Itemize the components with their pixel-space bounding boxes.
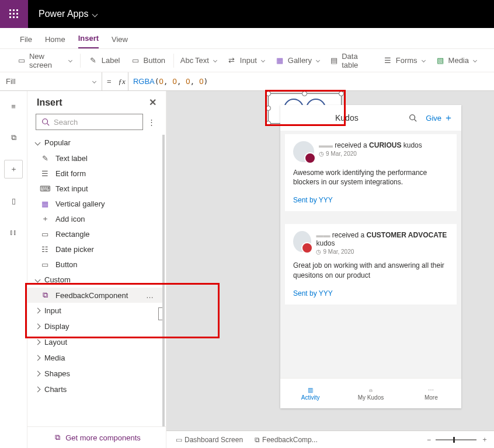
search-placeholder: Search (54, 118, 78, 127)
svg-rect-0 (9, 9, 11, 11)
property-dropdown[interactable]: Fill (0, 72, 102, 90)
item-text-input[interactable]: ⌨Text input (27, 181, 162, 196)
cat-charts[interactable]: Charts (27, 382, 162, 397)
svg-rect-4 (13, 13, 15, 15)
item-button[interactable]: ▭Button (27, 257, 162, 272)
formula-input[interactable]: RGBA(0, 0, 0, 0) (128, 77, 208, 86)
kudos-headline: ▬▬ received a CUSTOMER ADVOCATE kudos (316, 231, 448, 247)
cat-input[interactable]: Input (27, 303, 162, 318)
equals-label: = (102, 77, 116, 86)
search-icon[interactable] (408, 113, 418, 123)
menu-bar: File Home Insert View (0, 28, 494, 49)
ribbon-forms[interactable]: ☰Forms (378, 54, 430, 68)
resize-handle[interactable] (266, 121, 271, 126)
canvas[interactable]: Kudos Give＋ ▬▬ received a CURIOUS kudos … (166, 91, 494, 448)
item-feedback-component[interactable]: ⧉FeedbackComponent… (27, 288, 162, 303)
svg-point-15 (410, 115, 415, 120)
cat-popular[interactable]: Popular (27, 135, 162, 150)
insert-list: Popular ✎Text label ☰Edit form ⌨Text inp… (27, 135, 165, 426)
close-icon[interactable]: ✕ (149, 97, 156, 108)
person-icon: ⍝ (369, 387, 373, 393)
item-text-label[interactable]: ✎Text label (27, 150, 162, 166)
chevron-down-icon (316, 58, 320, 62)
chevron-down-icon (213, 58, 217, 62)
insert-more-button[interactable]: ⋮ (145, 118, 158, 127)
bottom-nav: ▥Activity ⍝My Kudos ⋯More (280, 378, 461, 408)
item-rectangle[interactable]: ▭Rectangle (27, 226, 162, 242)
nav-activity[interactable]: ▥Activity (280, 379, 340, 408)
label-icon: ✎ (40, 153, 50, 163)
rail-insert-button[interactable]: ＋ (4, 160, 23, 178)
item-edit-form[interactable]: ☰Edit form (27, 166, 162, 181)
tab-feedback-comp[interactable]: ⧉FeedbackComp... (251, 435, 321, 445)
get-more-components-button[interactable]: ⧉ Get more components (27, 426, 166, 448)
insert-search-input[interactable]: Search (36, 114, 143, 130)
form-icon: ☰ (40, 169, 50, 178)
rail-tree-button[interactable]: ≡ (4, 97, 23, 116)
chevron-down-icon (473, 58, 477, 62)
ribbon-data-table[interactable]: ▤Data table (325, 50, 377, 72)
resize-handle[interactable] (302, 91, 307, 96)
rail-data-button[interactable]: ⧉ (4, 128, 23, 147)
plus-icon: ＋ (444, 113, 453, 123)
cat-shapes[interactable]: Shapes (27, 366, 162, 382)
cat-layout[interactable]: Layout (27, 334, 162, 350)
resize-handle[interactable] (339, 91, 344, 96)
menu-view[interactable]: View (112, 35, 128, 48)
cat-custom[interactable]: Custom (27, 272, 162, 288)
resize-handle[interactable] (266, 106, 271, 111)
screen-tabs: ▭Dashboard Screen ⧉FeedbackComp... − ＋ (166, 430, 494, 448)
kudos-card[interactable]: ▬▬ received a CURIOUS kudos ◷9 Mar, 2020… (285, 134, 457, 211)
chevron-down-icon (68, 58, 72, 62)
more-icon[interactable]: … (146, 291, 154, 300)
ribbon-media[interactable]: ▧Media (431, 54, 481, 68)
left-rail: ≡ ⧉ ＋ ▯ ⫿⫿ (0, 91, 27, 448)
cat-display[interactable]: Display (27, 318, 162, 334)
avatar (293, 231, 311, 252)
app-title-dropdown[interactable]: Power Apps (28, 9, 97, 19)
kudos-sender: Sent by YYY (293, 289, 448, 298)
calendar-icon: ☷ (40, 244, 50, 254)
zoom-out-button[interactable]: − (427, 436, 431, 444)
kudos-body: Awesome work identifying the performance… (293, 168, 448, 187)
cat-media[interactable]: Media (27, 350, 162, 366)
ribbon-input[interactable]: ⇄Input (222, 54, 269, 68)
svg-rect-5 (16, 13, 18, 15)
resize-handle[interactable] (266, 91, 271, 96)
chevron-down-icon (92, 79, 96, 83)
zoom-in-button[interactable]: ＋ (481, 435, 488, 444)
button-icon: ▭ (40, 260, 50, 269)
item-vertical-gallery[interactable]: ▦Vertical gallery (27, 196, 162, 211)
ribbon-gallery[interactable]: ▦Gallery (270, 54, 324, 68)
rail-media-button[interactable]: ▯ (4, 191, 23, 210)
app-launcher-button[interactable] (0, 0, 28, 28)
ribbon-text[interactable]: AbcText (178, 54, 221, 68)
nav-mykudos[interactable]: ⍝My Kudos (340, 379, 401, 408)
chevron-right-icon (35, 355, 41, 361)
item-add-icon[interactable]: ＋Add icon (27, 211, 162, 226)
menu-home[interactable]: Home (45, 35, 65, 48)
menu-file[interactable]: File (20, 35, 32, 48)
item-date-picker[interactable]: ☷Date picker (27, 242, 162, 257)
zoom-slider[interactable] (436, 439, 476, 440)
chevron-right-icon (35, 371, 41, 377)
tab-dashboard-screen[interactable]: ▭Dashboard Screen (172, 435, 246, 445)
menu-insert[interactable]: Insert (78, 34, 99, 48)
svg-line-10 (47, 124, 50, 126)
ribbon-new-screen[interactable]: ▭New screen (13, 50, 76, 72)
kudos-card[interactable]: ▬▬ received a CUSTOMER ADVOCATE kudos ◷9… (285, 224, 457, 304)
app-title: Power Apps (39, 9, 88, 19)
chevron-right-icon (35, 324, 41, 330)
ribbon-button[interactable]: ▭Button (126, 54, 171, 68)
rail-advanced-button[interactable]: ⫿⫿ (4, 223, 23, 242)
kudos-sender: Sent by YYY (293, 196, 448, 204)
component-icon: ⧉ (40, 290, 50, 300)
gallery-icon: ▦ (40, 199, 50, 208)
nav-more[interactable]: ⋯More (401, 379, 461, 408)
svg-rect-7 (13, 16, 15, 18)
insert-panel: Insert ✕ Search ⋮ Popular ✎Text label ☰E… (27, 91, 166, 448)
component-icon: ⧉ (255, 436, 260, 444)
ribbon-label[interactable]: ✎Label (84, 54, 125, 68)
kudos-body: Great job on working with and answering … (293, 261, 448, 279)
give-button[interactable]: Give＋ (426, 113, 453, 123)
